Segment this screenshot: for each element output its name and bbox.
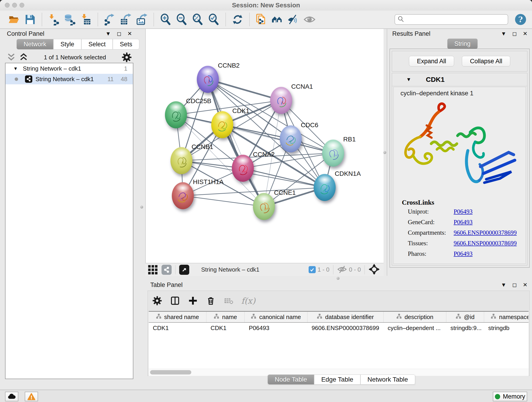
network-view-toolbar: String Network – cdk1 1 - 0 0 - 0 — [145, 263, 384, 276]
home-view-button[interactable] — [271, 13, 284, 26]
network-node-ccna2[interactable] — [232, 155, 254, 182]
network-node-cdkn1a[interactable] — [314, 174, 336, 201]
tab-edge-table[interactable]: Edge Table — [314, 375, 360, 385]
delete-table-icon — [223, 295, 234, 306]
save-session-button[interactable] — [24, 13, 36, 26]
tab-sets[interactable]: Sets — [113, 39, 139, 50]
warning-icon — [27, 393, 36, 400]
table-row[interactable]: CDK1CDK1P064939606.ENSP00000378699cyclin… — [149, 323, 529, 333]
panel-menu-icon[interactable]: ▼ — [501, 31, 506, 37]
zoom-fit-button[interactable] — [191, 13, 204, 26]
column-header-sharedname[interactable]: shared name — [149, 312, 206, 322]
export-network-button[interactable] — [103, 13, 116, 26]
import-network-button[interactable] — [47, 13, 60, 26]
zoom-selected-button[interactable] — [207, 13, 220, 26]
zoom-in-button[interactable] — [159, 13, 172, 26]
export-image-button[interactable] — [135, 13, 148, 26]
cloud-status-button[interactable] — [5, 392, 18, 401]
tab-node-table[interactable]: Node Table — [268, 375, 314, 385]
column-header-databaseidentifier[interactable]: database identifier — [307, 312, 384, 322]
panel-close-icon[interactable]: ✕ — [523, 282, 527, 288]
network-collection-row[interactable]: ▼ String Network – cdk1 1 — [6, 63, 133, 74]
crosslink-label: GeneCard: — [408, 219, 454, 226]
column-header-id[interactable]: @id — [446, 312, 484, 322]
table-cell[interactable]: stringdb — [484, 325, 529, 332]
network-node-ccnb1[interactable] — [171, 147, 192, 174]
zoom-out-button[interactable] — [175, 13, 188, 26]
vertical-splitter-handle[interactable] — [140, 206, 143, 209]
open-session-button[interactable] — [7, 13, 20, 26]
column-header-namespace[interactable]: namespace — [484, 312, 529, 322]
panel-close-icon[interactable]: ✕ — [523, 31, 527, 37]
network-node-ccne1[interactable] — [253, 193, 275, 220]
import-table-button[interactable] — [80, 13, 92, 26]
search-input[interactable] — [406, 16, 505, 23]
network-node-ccna1[interactable] — [270, 87, 292, 114]
copy-document-button[interactable] — [255, 13, 268, 26]
table-cell[interactable]: stringdb:9... — [446, 325, 484, 332]
table-cell[interactable]: CDK1 — [206, 325, 245, 332]
gene-expander-icon[interactable]: ▼ — [406, 77, 411, 83]
network-node-rb1[interactable] — [322, 140, 344, 167]
collapse-all-button[interactable]: Collapse All — [462, 56, 510, 66]
scrollbar-thumb[interactable] — [150, 370, 191, 375]
collapse-all-icon[interactable] — [7, 53, 16, 62]
crosslink-row: Compartments:9606.ENSP00000378699 — [402, 227, 526, 238]
gene-card-header[interactable]: ▼ CDK1 — [392, 73, 527, 86]
protein-structure-thumb — [232, 158, 254, 180]
tab-string[interactable]: String — [447, 38, 478, 49]
hide-graphics-details-button[interactable] — [287, 13, 300, 26]
network-view-canvas[interactable]: CCNB2 CCNA1 CDC25B CDK1 CDC6 RB1 — [145, 29, 384, 263]
table-cell[interactable]: cyclin–dependent ... — [384, 325, 446, 332]
network-node-hist1h1a[interactable] — [172, 182, 194, 209]
network-node-cdc6[interactable] — [280, 125, 302, 153]
horizontal-splitter-handle[interactable] — [336, 277, 340, 280]
warnings-button[interactable] — [25, 392, 38, 401]
collection-expander-icon[interactable]: ▼ — [13, 66, 18, 71]
network-share-icon[interactable] — [162, 265, 172, 275]
expand-all-icon[interactable] — [19, 53, 28, 62]
network-selection-row: 1 of 1 Network selected — [5, 52, 133, 63]
column-label: shared name — [164, 313, 199, 321]
search-box[interactable] — [394, 14, 508, 25]
tab-network-table[interactable]: Network Table — [360, 375, 415, 385]
network-row-label: String Network – cdk1 — [36, 76, 94, 83]
fit-content-crosshair-icon[interactable] — [368, 264, 380, 276]
panel-menu-icon[interactable]: ▼ — [501, 282, 506, 288]
panel-float-icon[interactable]: ◻ — [512, 31, 517, 37]
export-table-button[interactable] — [119, 13, 132, 26]
show-columns-icon[interactable] — [170, 295, 180, 306]
help-button[interactable]: ? — [515, 14, 526, 25]
column-header-canonicalname[interactable]: canonical name — [245, 312, 307, 322]
network-node-ccnb2[interactable] — [197, 66, 219, 93]
network-options-gear-icon[interactable] — [122, 52, 132, 62]
table-options-gear-icon[interactable] — [152, 295, 162, 306]
refresh-view-button[interactable] — [231, 13, 244, 26]
network-node-cdk1[interactable] — [211, 111, 233, 138]
panel-float-icon[interactable]: ◻ — [512, 282, 517, 288]
network-node-cdc25b[interactable] — [165, 101, 187, 128]
table-cell[interactable]: 9606.ENSP00000378699 — [307, 325, 384, 332]
add-column-icon[interactable] — [188, 295, 198, 306]
panel-close-icon[interactable]: ✕ — [127, 31, 132, 37]
table-cell[interactable]: CDK1 — [149, 325, 206, 332]
vertical-splitter-handle[interactable] — [383, 151, 386, 154]
network-row-selected[interactable]: String Network – cdk1 11 48 — [6, 74, 133, 84]
expand-all-button[interactable]: Expand All — [409, 56, 454, 66]
memory-button[interactable]: Memory — [493, 392, 527, 401]
birdseye-grid-icon[interactable] — [147, 264, 158, 275]
column-header-name[interactable]: name — [206, 312, 245, 322]
panel-float-icon[interactable]: ◻ — [117, 31, 121, 37]
selected-nodes-checkbox[interactable] — [309, 266, 316, 273]
tab-style[interactable]: Style — [53, 39, 81, 50]
table-cell[interactable]: P06493 — [245, 325, 307, 332]
tab-select[interactable]: Select — [81, 39, 113, 50]
crosslink-link: 9606.ENSP00000378699 — [454, 240, 517, 247]
column-header-description[interactable]: description — [384, 312, 446, 322]
delete-column-icon[interactable] — [206, 295, 216, 306]
import-database-button[interactable] — [63, 13, 76, 26]
tab-network[interactable]: Network — [17, 39, 53, 50]
memory-status-dot — [495, 394, 500, 399]
panel-menu-icon[interactable]: ▼ — [105, 31, 111, 37]
open-in-window-icon[interactable] — [179, 265, 189, 275]
